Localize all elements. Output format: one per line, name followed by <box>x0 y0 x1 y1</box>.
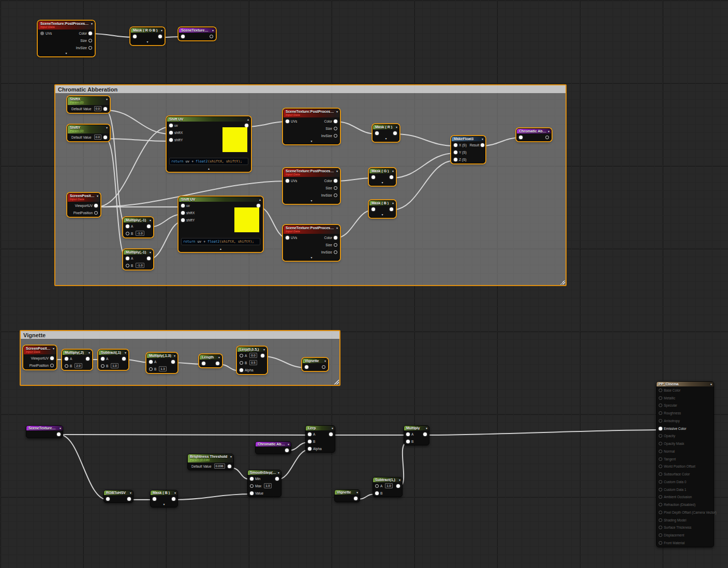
comment-title[interactable]: Chromatic Abberation <box>55 85 566 93</box>
material-input-pin[interactable] <box>659 450 662 453</box>
input-pin[interactable] <box>406 432 410 436</box>
node-subtract-main[interactable]: Subtract(1,)▾A1.0B <box>373 477 403 497</box>
node-multiply-2[interactable]: Multiply(,2)▾AB2.0 <box>62 350 92 370</box>
input-pin[interactable] <box>101 357 105 361</box>
output-pin[interactable] <box>275 477 279 481</box>
output-pin[interactable] <box>334 250 337 254</box>
input-pin[interactable] <box>133 35 137 38</box>
value-box[interactable]: -1.0 <box>136 263 144 268</box>
output-pin[interactable] <box>334 179 337 183</box>
input-pin[interactable] <box>406 440 410 443</box>
input-pin[interactable] <box>250 484 254 488</box>
chevron-down-icon[interactable]: ▾ <box>356 491 358 494</box>
input-pin[interactable] <box>375 131 379 135</box>
collapse-up-icon[interactable]: ▴ <box>179 247 262 251</box>
chevron-down-icon[interactable]: ▾ <box>336 170 338 173</box>
chevron-down-icon[interactable]: ▾ <box>396 126 397 129</box>
output-pin[interactable] <box>390 207 393 211</box>
expand-pins-chevron-icon[interactable]: ▾ <box>38 51 94 56</box>
input-pin[interactable] <box>181 204 185 207</box>
output-pin[interactable] <box>103 107 107 111</box>
input-pin[interactable] <box>101 364 105 368</box>
chevron-down-icon[interactable]: ▾ <box>482 138 483 141</box>
input-pin[interactable] <box>286 179 289 183</box>
node-header[interactable]: Chromatic Abber▾ <box>517 129 551 133</box>
output-pin[interactable] <box>261 354 264 357</box>
value-box[interactable]: -1.0 <box>136 231 144 236</box>
node-header[interactable]: SceneTexturePP0▾ <box>26 426 63 430</box>
node-header[interactable]: Chromatic Abber▾ <box>256 442 291 446</box>
node-brightness-threshold[interactable]: Brightness Threshold▾Param (0.036)Defaul… <box>187 454 234 470</box>
chevron-down-icon[interactable]: ▾ <box>125 351 126 354</box>
node-subtract-comma1[interactable]: Subtract(,1)▾AB1.0 <box>98 350 128 370</box>
input-pin[interactable] <box>126 225 129 228</box>
material-input-pin[interactable] <box>659 396 662 400</box>
expand-pins-chevron-icon[interactable]: ▾ <box>151 502 177 507</box>
input-pin[interactable] <box>65 357 68 361</box>
node-header[interactable]: ScreenPosition▾Input Data <box>68 193 100 202</box>
node-header[interactable]: Vignette▾ <box>335 490 360 495</box>
node-header[interactable]: SceneTexture:PostProcessInput0▾Input Dat… <box>284 109 339 117</box>
wire[interactable] <box>174 494 251 500</box>
input-pin[interactable] <box>106 497 110 501</box>
input-pin[interactable] <box>375 484 379 488</box>
chevron-down-icon[interactable]: ▾ <box>230 455 232 458</box>
node-scenetexturepp0-use[interactable]: SceneTexturePP0▾ <box>26 425 63 438</box>
input-pin[interactable] <box>372 175 375 179</box>
output-pin[interactable] <box>396 484 400 488</box>
output-pin[interactable] <box>334 134 337 138</box>
node-header[interactable]: Mask ( B )▾ <box>151 490 177 495</box>
value-box[interactable]: 1.0 <box>264 483 271 488</box>
node-header[interactable]: Lerp(0,0.5,)▾ <box>237 347 266 352</box>
value-box[interactable]: 1.3 <box>159 366 166 371</box>
node-scenetexture-b[interactable]: SceneTexture:PostProcessInput0▾Input Dat… <box>283 225 340 261</box>
input-pin[interactable] <box>181 218 185 222</box>
input-pin[interactable] <box>153 497 156 501</box>
output-pin[interactable] <box>50 364 54 367</box>
input-pin[interactable] <box>250 491 254 495</box>
chevron-down-icon[interactable]: ▾ <box>392 202 394 205</box>
node-header[interactable]: Multiply(,2)▾ <box>63 350 92 355</box>
chevron-down-icon[interactable]: ▾ <box>426 427 427 430</box>
output-pin[interactable] <box>86 357 90 361</box>
input-pin[interactable] <box>308 447 311 451</box>
node-header[interactable]: ShiftX▾Param (0) <box>68 97 109 105</box>
output-pin[interactable] <box>334 193 337 197</box>
node-shift-uv-1[interactable]: Shift UV▴uvshiftXshiftYreturn uv + float… <box>167 116 251 172</box>
input-pin[interactable] <box>454 143 457 147</box>
chevron-down-icon[interactable]: ▾ <box>150 219 151 222</box>
wire[interactable] <box>425 430 662 435</box>
expand-pins-chevron-icon[interactable]: ▾ <box>373 137 399 141</box>
material-input-pin[interactable] <box>659 533 662 537</box>
node-rgbtohsv[interactable]: RGBToHSV▾ <box>103 490 133 503</box>
node-header[interactable]: SmoothStep(, 1.)▾ <box>248 470 281 475</box>
node-header[interactable]: SceneTexture:PostProcessInput0▾Input Dat… <box>284 226 339 234</box>
output-pin[interactable] <box>172 497 175 501</box>
wire[interactable] <box>91 34 135 37</box>
node-mask-rgb[interactable]: Mask ( R G B )▾▾ <box>130 27 165 45</box>
output-pin[interactable] <box>103 136 107 139</box>
output-pin[interactable] <box>228 465 231 468</box>
output-pin[interactable] <box>147 257 151 260</box>
chevron-down-icon[interactable]: ▾ <box>91 22 93 25</box>
input-pin[interactable] <box>372 207 375 211</box>
chevron-down-icon[interactable]: ▾ <box>278 471 279 474</box>
input-pin[interactable] <box>40 32 44 35</box>
node-header[interactable]: ShiftY▾Param (0) <box>68 125 109 133</box>
node-header[interactable]: Mask ( G )▾ <box>369 169 395 173</box>
node-scenetexture-r[interactable]: SceneTexture:PostProcessInput0▾Input Dat… <box>283 109 340 144</box>
expand-pins-chevron-icon[interactable]: ▾ <box>369 213 395 217</box>
node-mask-r[interactable]: Mask ( R )▾▾ <box>373 124 399 142</box>
input-pin[interactable] <box>305 365 308 369</box>
collapse-up-icon[interactable]: ▴ <box>247 118 249 121</box>
node-header[interactable]: Lerp▾ <box>306 426 335 430</box>
node-mask-g[interactable]: Mask ( G )▾▾ <box>369 168 396 186</box>
material-input-pin[interactable] <box>659 495 662 499</box>
material-input-pin[interactable] <box>659 427 662 430</box>
node-header[interactable]: MakeFloat3▾ <box>452 137 485 141</box>
comment-resize-handle[interactable] <box>560 280 565 285</box>
expand-pins-chevron-icon[interactable]: ▾ <box>284 139 339 144</box>
output-pin[interactable] <box>423 432 427 436</box>
chevron-down-icon[interactable]: ▾ <box>392 170 394 173</box>
node-scenetexturepp0-decl[interactable]: SceneTexturePP0▾ <box>179 27 216 40</box>
